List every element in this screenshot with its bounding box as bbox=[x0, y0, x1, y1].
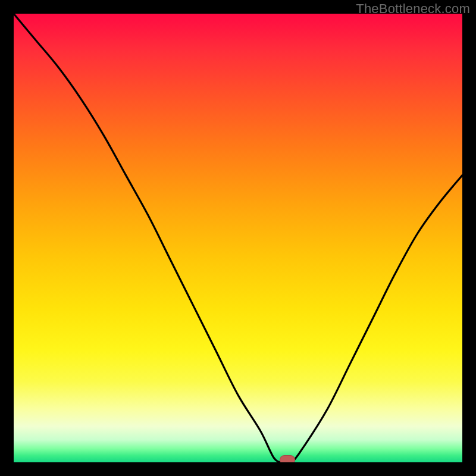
chart-frame: TheBottleneck.com bbox=[0, 0, 476, 476]
curve-svg bbox=[14, 14, 462, 462]
bottleneck-curve-path bbox=[14, 14, 462, 462]
optimal-point-marker bbox=[280, 455, 295, 462]
plot-area bbox=[14, 14, 462, 462]
watermark-text: TheBottleneck.com bbox=[356, 1, 470, 17]
